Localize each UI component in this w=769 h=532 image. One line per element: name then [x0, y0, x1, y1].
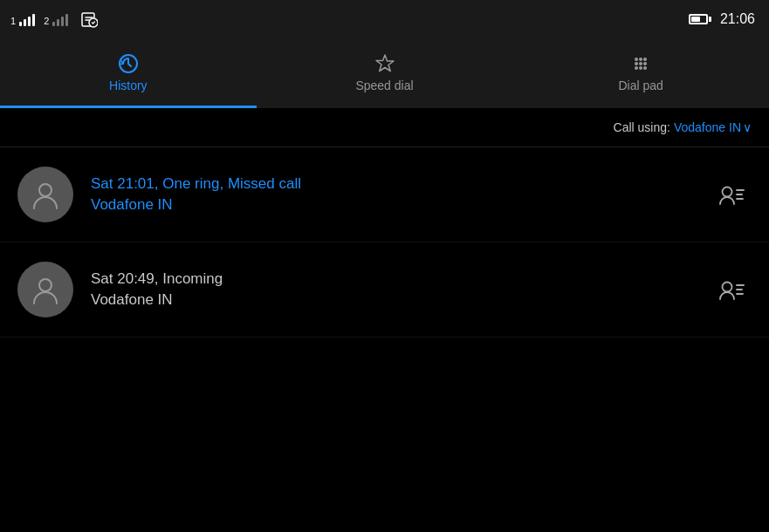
call-title-2: Sat 20:49, Incoming — [91, 269, 711, 290]
tab-speed-dial-label: Speed dial — [355, 78, 413, 92]
status-bar: 1 2 21:0 — [0, 0, 769, 38]
svg-point-12 — [39, 184, 51, 196]
call-info-1: Sat 21:01, One ring, Missed call Vodafon… — [91, 174, 711, 215]
svg-point-4 — [639, 58, 642, 61]
svg-point-15 — [723, 283, 732, 292]
person-icon-2 — [30, 274, 61, 305]
signal-number-1: 1 — [10, 16, 16, 26]
call-item-2[interactable]: Sat 20:49, Incoming Vodafone IN — [0, 242, 769, 338]
battery-icon — [689, 14, 711, 24]
svg-point-13 — [723, 188, 732, 197]
contact-detail-button-1[interactable] — [711, 176, 752, 213]
signal-icon: 1 — [10, 12, 35, 26]
call-subtitle-2: Vodafone IN — [91, 290, 711, 310]
avatar-1 — [17, 167, 73, 222]
call-title-1: Sat 21:01, One ring, Missed call — [91, 174, 711, 194]
svg-point-11 — [643, 66, 647, 70]
status-right: 21:06 — [689, 11, 755, 27]
tab-dial-pad[interactable]: Dial pad — [512, 38, 769, 108]
tab-speed-dial[interactable]: Speed dial — [257, 38, 513, 108]
svg-point-10 — [639, 66, 642, 70]
svg-point-3 — [635, 58, 638, 61]
person-icon — [30, 179, 61, 210]
svg-point-9 — [635, 66, 638, 70]
avatar-2 — [17, 262, 73, 317]
tab-dial-pad-label: Dial pad — [618, 78, 663, 92]
call-using-bar[interactable]: Call using: Vodafone IN ∨ — [0, 108, 769, 147]
call-list: Sat 21:01, One ring, Missed call Vodafon… — [0, 147, 769, 338]
status-left: 1 2 — [10, 10, 98, 28]
svg-point-7 — [639, 62, 642, 65]
call-item-1[interactable]: Sat 21:01, One ring, Missed call Vodafon… — [0, 147, 769, 242]
call-history-status-icon — [80, 10, 98, 28]
svg-point-6 — [635, 62, 638, 65]
status-time: 21:06 — [720, 11, 755, 27]
svg-point-5 — [643, 58, 647, 61]
tab-bar: History Speed dial Dial pad — [0, 38, 769, 108]
signal-number-2: 2 — [44, 16, 49, 26]
call-subtitle-1: Vodafone IN — [91, 194, 711, 215]
contact-detail-button-2[interactable] — [711, 271, 752, 308]
call-info-2: Sat 20:49, Incoming Vodafone IN — [91, 269, 711, 310]
call-using-label: Call using: — [614, 120, 670, 134]
svg-point-14 — [39, 279, 51, 291]
svg-point-8 — [643, 62, 647, 65]
chevron-down-icon: ∨ — [743, 120, 752, 134]
tab-history[interactable]: History — [0, 38, 257, 108]
tab-history-underline — [0, 106, 257, 108]
star-icon — [374, 51, 396, 74]
history-icon — [117, 51, 140, 74]
signal-icon-2: 2 — [44, 12, 68, 26]
call-using-provider: Vodafone IN — [674, 120, 741, 134]
dialpad-icon — [629, 51, 652, 74]
tab-history-label: History — [109, 78, 148, 92]
